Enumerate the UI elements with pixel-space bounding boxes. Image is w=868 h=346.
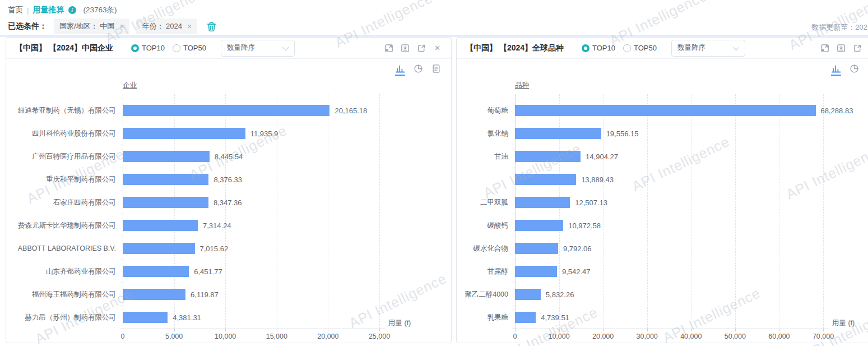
card-title: 【中国】 【2024】中国企业 (15, 43, 113, 53)
category-label: 四川科伦药业股份有限公司 (6, 128, 116, 138)
bar[interactable] (123, 243, 195, 254)
radio-unselected-icon[interactable] (623, 44, 631, 52)
remove-filter-icon[interactable]: × (119, 22, 124, 30)
sort-order-value: 数量降序 (677, 43, 705, 53)
bar[interactable] (515, 105, 816, 116)
chart-row: 福州海王福药制药有限公司6,119.87 (6, 283, 451, 306)
chart-row: 费森尤斯卡比华瑞制药有限公司7,314.24 (6, 214, 451, 237)
value-label: 20,165.18 (335, 106, 367, 114)
bar[interactable] (515, 197, 570, 208)
chart-card-china-enterprises: 【中国】 【2024】中国企业 TOP10 TOP50 数量降序 (6, 37, 452, 343)
x-tick-label: 20,000 (317, 333, 338, 340)
value-label: 11,935.9 (250, 129, 278, 137)
chart-row: ABBOTT LABORATORIES B.V.7,015.62 (6, 237, 451, 260)
bar[interactable] (515, 128, 601, 139)
remove-filter-icon[interactable]: × (187, 22, 192, 30)
x-tick-label: 30,000 (637, 333, 658, 340)
bar[interactable] (123, 105, 329, 116)
y-axis-name: 品种 (515, 81, 529, 90)
pie-chart-toggle-icon[interactable] (849, 63, 859, 73)
radio-top50[interactable]: TOP50 (623, 44, 657, 52)
radio-unselected-icon[interactable] (173, 44, 180, 52)
category-label: 碳水化合物 (457, 243, 508, 253)
clear-filters-trash-icon[interactable] (206, 21, 217, 32)
bar[interactable] (515, 174, 576, 185)
bar[interactable] (123, 266, 189, 277)
bar[interactable] (123, 128, 245, 139)
card-header: 【中国】 【2024】全球品种 TOP10 TOP50 数量降序 (457, 38, 868, 59)
chart-card-global-varieties: 【中国】 【2024】全球品种 TOP10 TOP50 数量降序 (456, 37, 868, 343)
radio-top50[interactable]: TOP50 (173, 44, 206, 52)
x-axis-tick (691, 329, 691, 331)
x-axis: 05,00010,00015,00020,00025,000用量 (t) (6, 329, 451, 346)
bar-chart-toggle-icon[interactable] (395, 63, 405, 73)
x-axis-tick (823, 329, 824, 331)
download-icon[interactable] (400, 43, 410, 53)
chart-row: 乳果糖4,739.51 (457, 306, 868, 329)
radio-selected-icon[interactable] (131, 44, 139, 52)
bar[interactable] (123, 220, 198, 231)
value-label: 7,314.24 (203, 221, 231, 229)
x-tick-label: 0 (121, 333, 125, 340)
bar[interactable] (515, 243, 558, 254)
category-label: ABBOTT LABORATORIES B.V. (6, 244, 116, 252)
chart-row: 山东齐都药业有限公司6,451.77 (6, 260, 451, 283)
x-axis-tick (174, 329, 175, 331)
bar-chart-toggle-icon[interactable] (831, 63, 841, 73)
bar[interactable] (123, 289, 185, 300)
value-label: 4,381.31 (173, 313, 201, 321)
x-axis-tick (225, 329, 226, 331)
table-view-toggle-icon[interactable] (431, 63, 441, 73)
bar[interactable] (515, 220, 563, 231)
open-external-icon[interactable] (416, 43, 426, 53)
radio-selected-icon[interactable] (582, 44, 590, 52)
bar[interactable] (515, 266, 557, 277)
fullscreen-icon[interactable] (820, 43, 829, 53)
x-axis-tick (123, 329, 123, 331)
x-axis-tick (515, 329, 516, 331)
radio-top10[interactable]: TOP10 (131, 44, 165, 52)
bar[interactable] (515, 289, 541, 300)
category-label: 重庆和平制药有限公司 (6, 174, 116, 184)
value-label: 13,889.43 (581, 175, 614, 183)
close-icon[interactable]: × (433, 43, 442, 53)
bar[interactable] (123, 312, 168, 323)
chart-row: 石家庄四药有限公司8,347.36 (6, 191, 451, 214)
bar[interactable] (515, 312, 536, 323)
download-icon[interactable] (836, 43, 846, 53)
card-header: 【中国】 【2024】中国企业 TOP10 TOP50 数量降序 (6, 38, 451, 59)
radio-label: TOP50 (183, 44, 206, 52)
bar-chart: 纽迪希亚制药（无锡）有限公司20,165.18四川科伦药业股份有限公司11,93… (6, 99, 451, 329)
bar[interactable] (123, 151, 210, 162)
bar[interactable] (123, 197, 208, 208)
sort-order-select[interactable]: 数量降序 (221, 40, 295, 57)
chart-row: 二甲双胍12,507.13 (457, 191, 868, 214)
category-label: 甘露醇 (457, 266, 508, 276)
chevron-down-icon (733, 44, 739, 50)
topn-radio-group: TOP10 TOP50 (582, 44, 657, 52)
sort-order-select[interactable]: 数量降序 (671, 40, 745, 57)
x-axis-tick (603, 329, 604, 331)
y-axis-name: 企业 (123, 81, 137, 90)
open-external-icon[interactable] (852, 43, 862, 53)
info-icon[interactable]: i (68, 6, 76, 14)
chevron-down-icon (282, 44, 289, 50)
radio-top10[interactable]: TOP10 (582, 44, 615, 52)
x-tick-label: 70,000 (813, 333, 834, 340)
filter-chip-country[interactable]: 国家/地区： 中国 × (54, 19, 129, 34)
bar[interactable] (123, 174, 208, 185)
sort-order-value: 数量降序 (227, 43, 255, 53)
charts-area: 【中国】 【2024】中国企业 TOP10 TOP50 数量降序 (6, 37, 868, 343)
breadcrumb-current-page[interactable]: 用量推算 (33, 5, 64, 15)
category-label: 聚乙二醇4000 (457, 289, 508, 299)
value-label: 19,556.15 (606, 129, 639, 137)
filter-chip-year[interactable]: 年份： 2024 × (136, 19, 197, 34)
value-label: 6,451.77 (194, 267, 222, 275)
category-label: 费森尤斯卡比华瑞制药有限公司 (6, 220, 116, 230)
value-label: 8,376.33 (213, 175, 242, 183)
pie-chart-toggle-icon[interactable] (413, 63, 423, 73)
breadcrumb-home-link[interactable]: 首页 (8, 5, 23, 15)
chart-row: 聚乙二醇40005,832.26 (457, 283, 868, 306)
fullscreen-icon[interactable] (384, 43, 393, 53)
bar[interactable] (515, 151, 581, 162)
